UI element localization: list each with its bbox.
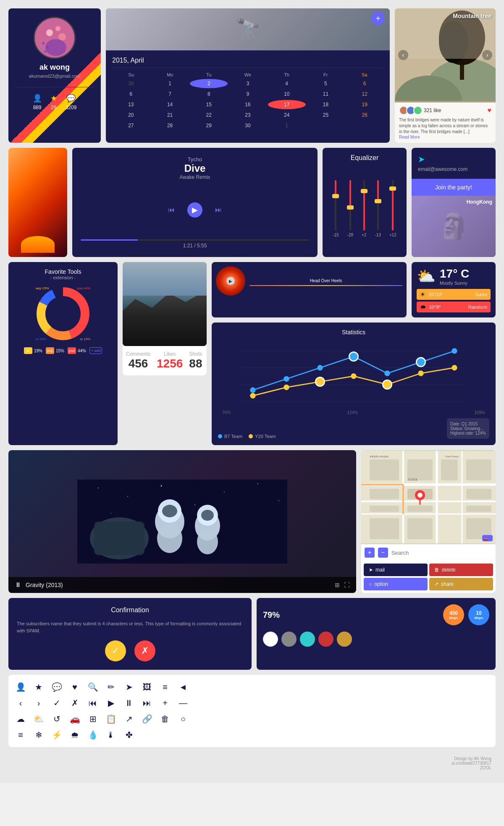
right-chevron-icon[interactable]: › xyxy=(33,697,45,709)
eq-handle-2[interactable] xyxy=(347,205,354,210)
svg-point-10 xyxy=(42,55,44,57)
progress-bar[interactable] xyxy=(81,239,309,241)
play-back-icon[interactable]: ◄ xyxy=(177,681,189,693)
equalizer-icon[interactable]: ⊞ xyxy=(335,582,340,588)
heart-icon[interactable]: ♥ xyxy=(488,107,492,114)
minus-icon[interactable]: — xyxy=(177,697,189,709)
user-icon[interactable]: 👤 xyxy=(15,681,26,693)
menu-icon[interactable]: ≡ xyxy=(159,681,171,693)
option-label: option xyxy=(374,581,388,587)
followers-stat: 👤 889 xyxy=(33,94,42,110)
legend-psd: psd 44% xyxy=(68,347,86,354)
rain-cloud-icon[interactable]: 🌧 xyxy=(69,729,81,741)
eq-handle-5[interactable] xyxy=(389,186,396,191)
mail-button[interactable]: ➤ mail xyxy=(364,564,428,576)
add-button[interactable]: + add xyxy=(89,347,102,354)
aep-color: aep xyxy=(46,347,54,354)
close-icon[interactable]: ✗ xyxy=(69,697,81,709)
calendar-add-button[interactable]: + xyxy=(371,12,385,25)
confirm-button[interactable]: ✓ xyxy=(105,640,126,661)
svg-point-35 xyxy=(315,377,324,386)
clipboard-icon[interactable]: 📋 xyxy=(105,713,117,725)
disc-play-button[interactable]: ▶ xyxy=(226,277,235,285)
chart-legend: B7 Team Y20 Team xyxy=(218,434,276,439)
play-icon[interactable]: ▶ xyxy=(105,697,117,709)
chart-info: Date: Q1 2015 Status: Growing... Highest… xyxy=(447,418,489,439)
image-icon[interactable]: 🖼 xyxy=(141,681,153,693)
prev-button[interactable]: ‹ xyxy=(398,50,408,60)
pause-icon[interactable]: ⏸ xyxy=(123,697,135,709)
gray-swatch[interactable] xyxy=(281,632,297,647)
cancel-button[interactable]: ✗ xyxy=(134,640,155,661)
svg-point-46 xyxy=(278,500,279,501)
weather-desc: Mostly Sunny xyxy=(440,281,469,286)
statistics-chart xyxy=(218,340,489,407)
fast-forward-icon[interactable]: ⏭ xyxy=(141,697,153,709)
eq-handle-3[interactable] xyxy=(361,189,368,193)
music-landscape xyxy=(8,148,67,257)
refresh-icon[interactable]: ↺ xyxy=(51,713,63,725)
fast-forward-button[interactable]: ⏭ xyxy=(211,202,226,218)
comments-value: 456 xyxy=(129,357,148,370)
share-icon[interactable]: ↗ xyxy=(123,713,135,725)
comments-count: 3209 xyxy=(66,105,77,110)
share-button[interactable]: ↗ share xyxy=(429,578,493,590)
svg-rect-50 xyxy=(94,522,144,555)
movie-image xyxy=(8,450,356,593)
legend-add[interactable]: + add xyxy=(89,347,102,354)
left-chevron-icon[interactable]: ‹ xyxy=(15,697,26,709)
progress-fill xyxy=(81,239,138,241)
shots-value: 88 xyxy=(189,357,202,370)
pause-icon[interactable]: ⏸ xyxy=(15,581,21,589)
read-more-link[interactable]: Read More xyxy=(399,135,491,139)
search-icon[interactable]: 🔍 xyxy=(87,681,99,693)
star-icon[interactable]: ★ xyxy=(33,681,45,693)
likes-label: Likes xyxy=(164,351,176,357)
check-icon[interactable]: ✓ xyxy=(51,697,63,709)
next-button[interactable]: › xyxy=(482,50,492,60)
newsletter-image: HongKong 🗿 xyxy=(412,196,496,257)
map-search-input[interactable] xyxy=(391,550,492,556)
map-zoom-out-button[interactable]: − xyxy=(378,548,388,558)
water-icon[interactable]: 💧 xyxy=(87,729,99,741)
eq-slider-4: -13 xyxy=(375,180,381,239)
arrow-icon[interactable]: ➤ xyxy=(123,681,135,693)
edit-icon[interactable]: ✏ xyxy=(105,681,117,693)
upload-icon[interactable]: ☁ xyxy=(15,713,26,725)
car-icon[interactable]: 🚗 xyxy=(69,713,81,725)
thermometer-icon[interactable]: 🌡 xyxy=(105,729,117,741)
join-party-button[interactable]: Join the party! xyxy=(412,179,496,196)
gold-swatch[interactable] xyxy=(337,632,352,647)
fullscreen-icon[interactable]: ⛶ xyxy=(344,582,350,588)
circle-icon[interactable]: ○ xyxy=(177,713,189,725)
delete-button[interactable]: 🗑 delete xyxy=(429,564,493,576)
grid-icon[interactable]: ⊞ xyxy=(87,713,99,725)
teal-swatch[interactable] xyxy=(300,632,315,647)
link-icon[interactable]: 🔗 xyxy=(141,713,153,725)
option-button[interactable]: ○ option xyxy=(364,578,428,590)
red-swatch[interactable] xyxy=(318,632,333,647)
cloud-icon[interactable]: ⛅ xyxy=(33,713,45,725)
lightning-icon[interactable]: ⚡ xyxy=(51,729,63,741)
share-label: share xyxy=(441,581,454,587)
movie-card: ⏸ Gravity (2013) ⊞ ⛶ xyxy=(8,450,356,593)
white-swatch[interactable] xyxy=(263,632,278,647)
comment-icon[interactable]: 💬 xyxy=(51,681,63,693)
svg-point-5 xyxy=(42,42,45,45)
rewind-icon[interactable]: ⏮ xyxy=(87,697,99,709)
star-icon: ★ xyxy=(50,94,57,103)
music-artist: Tycho xyxy=(179,156,210,163)
plus-icon[interactable]: + xyxy=(159,697,171,709)
play-button[interactable]: ▶ xyxy=(187,202,202,218)
snowflake-icon[interactable]: ❄ xyxy=(33,729,45,741)
eq-handle-4[interactable] xyxy=(375,199,381,203)
map-zoom-in-button[interactable]: + xyxy=(365,548,375,558)
heart-icon[interactable]: ♥ xyxy=(69,681,81,693)
trash-icon[interactable]: 🗑 xyxy=(159,713,171,725)
eq-handle-1[interactable] xyxy=(332,194,339,198)
donut-chart: aep 15% psd 44% ai 19% ai 19% xyxy=(34,284,92,343)
list-icon[interactable]: ≡ xyxy=(15,729,26,741)
svg-point-32 xyxy=(452,348,457,354)
settings-icon[interactable]: ✤ xyxy=(123,729,135,741)
rewind-button[interactable]: ⏮ xyxy=(164,202,179,218)
